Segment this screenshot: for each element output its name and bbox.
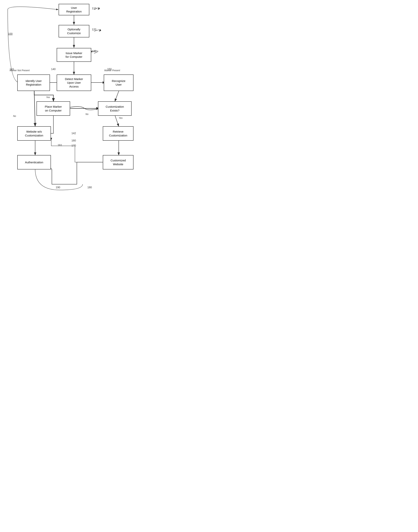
box-place-marker: Place Markeron Computer bbox=[36, 101, 70, 116]
box-user-registration: UserRegistration bbox=[58, 4, 89, 15]
ref-100: 100 bbox=[8, 32, 12, 35]
box-customized-website: CustomizedWebsite bbox=[103, 155, 134, 169]
label-marker-not-present: Marker Not Present bbox=[10, 69, 30, 72]
ref-142: 142 bbox=[71, 132, 76, 135]
ref-130: 130 bbox=[92, 50, 96, 53]
ref-120: 120 bbox=[92, 28, 96, 31]
label-yes-1: Yes bbox=[46, 96, 50, 99]
ref-140: 140 bbox=[51, 67, 56, 71]
label-marker-present: Marker Present bbox=[104, 69, 120, 72]
box-identify-user: Identify UserRegistration bbox=[17, 75, 50, 91]
ref-110: 110 bbox=[92, 7, 96, 10]
svg-line-8 bbox=[115, 90, 119, 101]
box-recognize-user: RecognizeUser bbox=[104, 75, 134, 91]
box-retrieve-customization: RetrieveCustomization bbox=[103, 126, 134, 141]
box-authentication: Authentication bbox=[17, 155, 51, 169]
box-detect-marker: Detect MarkerUpon UserAccess bbox=[57, 75, 91, 91]
ref-160: 160 bbox=[71, 139, 76, 142]
label-no-2: No bbox=[85, 113, 88, 116]
box-website-wo: Website w/oCustomization bbox=[17, 126, 51, 141]
box-customization-exists: CustomizationExists? bbox=[98, 101, 132, 116]
ref-170: 170 bbox=[71, 144, 76, 147]
ref-190: 190 bbox=[56, 186, 60, 189]
label-yes-2: Yes bbox=[119, 117, 123, 119]
label-no-1: No bbox=[13, 115, 16, 117]
svg-line-10 bbox=[34, 90, 35, 126]
svg-line-9 bbox=[115, 115, 119, 126]
box-optionally-customize: OptionallyCustomize bbox=[58, 25, 89, 37]
ref-180: 180 bbox=[87, 186, 92, 189]
flowchart-diagram: 100 bbox=[0, 0, 154, 196]
ref-161: 161 bbox=[58, 144, 62, 147]
box-issue-marker: Issue Markerfor Computer bbox=[57, 48, 91, 62]
